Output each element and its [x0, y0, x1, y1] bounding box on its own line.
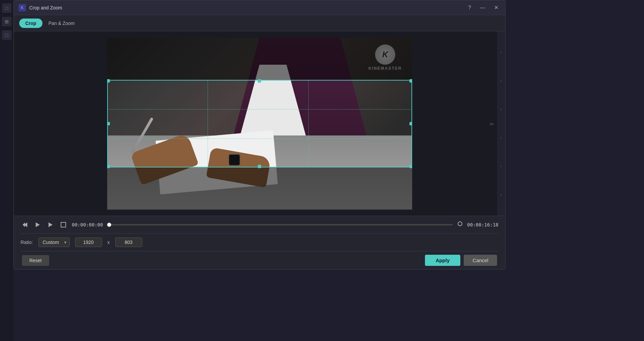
ratio-label: Ratio: — [21, 240, 33, 245]
play-button-1[interactable] — [33, 220, 42, 229]
ratio-height-input[interactable] — [115, 238, 142, 247]
ratio-select-wrapper: Custom 16:9 4:3 1:1 9:16 ▼ — [38, 238, 70, 247]
left-sidebar: □ ⊞ □ — [0, 0, 13, 341]
title-bar-right: ? — ✕ — [466, 4, 500, 11]
sidebar-arrow-2[interactable]: › — [500, 79, 502, 83]
minimize-button[interactable]: — — [478, 4, 487, 11]
apply-button[interactable]: Apply — [425, 255, 461, 266]
svg-rect-3 — [61, 222, 66, 227]
help-button[interactable]: ? — [466, 4, 473, 11]
playback-bar: 00:00:00:00 00:00:16:18 — [21, 216, 498, 234]
tab-bar: Crop Pan & Zoom — [14, 15, 505, 31]
ratio-width-input[interactable] — [75, 238, 102, 247]
left-icon-2[interactable]: ⊞ — [2, 17, 11, 26]
crop-zoom-dialog: K Crop and Zoom ? — ✕ Crop Pan & Zoom — [13, 0, 505, 270]
cancel-button[interactable]: Cancel — [464, 255, 497, 266]
kinemaster-icon: K — [375, 44, 395, 65]
title-bar-left: K Crop and Zoom — [19, 4, 62, 11]
play-button-2[interactable] — [46, 220, 55, 229]
svg-marker-1 — [36, 222, 40, 227]
back-frame-button[interactable] — [21, 220, 29, 229]
action-right: Apply Cancel — [425, 255, 497, 266]
app-icon: K — [19, 4, 26, 11]
sidebar-arrow-5[interactable]: › — [500, 164, 502, 168]
tab-crop[interactable]: Crop — [19, 19, 42, 28]
right-sidebar: › › › › › › — [497, 31, 505, 216]
fullscreen-button[interactable] — [59, 220, 68, 229]
sidebar-arrow-4[interactable]: › — [500, 135, 502, 140]
video-content: K KINEMASTER — [107, 38, 412, 210]
kinemaster-logo: K KINEMASTER — [368, 44, 402, 71]
kinemaster-name: KINEMASTER — [368, 66, 402, 71]
left-icon-3[interactable]: □ — [2, 30, 11, 40]
watch — [228, 154, 240, 166]
title-bar: K Crop and Zoom ? — ✕ — [14, 0, 505, 15]
sidebar-arrow-1[interactable]: › — [500, 50, 502, 55]
video-frame[interactable]: K KINEMASTER — [107, 38, 412, 210]
sidebar-arrow-6[interactable]: › — [500, 192, 502, 197]
svg-marker-2 — [49, 222, 53, 227]
time-total: 00:00:16:18 — [467, 222, 498, 227]
ratio-bar: Ratio: Custom 16:9 4:3 1:1 9:16 ▼ x — [21, 234, 498, 251]
bottom-controls: 00:00:00:00 00:00:16:18 Ratio: Custom — [14, 216, 505, 269]
tab-pan-zoom[interactable]: Pan & Zoom — [42, 19, 81, 28]
svg-marker-0 — [23, 222, 27, 227]
px-label: px — [490, 122, 494, 126]
dialog-title: Crop and Zoom — [29, 5, 62, 10]
action-bar: Reset Apply Cancel — [21, 251, 498, 269]
ratio-select[interactable]: Custom 16:9 4:3 1:1 9:16 — [38, 238, 70, 247]
time-current: 00:00:00:00 — [72, 222, 103, 227]
main-content: K KINEMASTER — [14, 31, 505, 269]
left-icon-1[interactable]: □ — [2, 3, 11, 13]
reset-button[interactable]: Reset — [22, 255, 49, 266]
timeline-track[interactable] — [107, 224, 453, 225]
sidebar-arrow-3[interactable]: › — [500, 107, 502, 112]
ratio-x-label: x — [108, 240, 110, 245]
preview-area: K KINEMASTER — [14, 31, 505, 216]
svg-point-4 — [458, 222, 462, 226]
timeline-thumb[interactable] — [107, 223, 111, 227]
close-button[interactable]: ✕ — [492, 4, 500, 11]
loop-button[interactable] — [457, 221, 463, 228]
